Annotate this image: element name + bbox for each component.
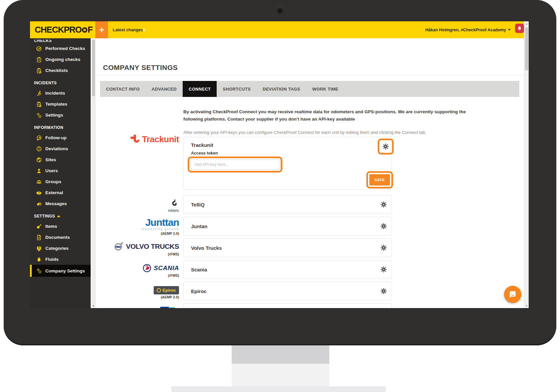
trackunit-gear-icon[interactable]	[382, 143, 389, 150]
sidebar-scrollbar[interactable]: ▼	[91, 38, 96, 308]
trackunit-mark-icon	[129, 134, 140, 145]
sidebar-item-deviations[interactable]: Deviations	[30, 143, 91, 154]
user-name-label: Håkan Holmgren, #CheckProof Academy	[425, 28, 506, 32]
user-menu[interactable]: Håkan Holmgren, #CheckProof Academy	[425, 21, 511, 38]
connect-intro-text: By activating CheckProof Connect you may…	[183, 108, 467, 123]
page-scroll-up-icon[interactable]: ▲	[524, 21, 529, 26]
sidebar-item-company-settings[interactable]: Company Settings	[30, 265, 91, 277]
platform-card-scania: Scania	[183, 260, 392, 279]
intro-line-2: following platforms. Contact your suppli…	[183, 117, 355, 122]
sidebar-item-label: Categories	[45, 246, 69, 251]
sidebar-heading-label: CHECKS	[34, 40, 52, 43]
infobric-logo-text: infobric	[99, 209, 179, 212]
add-button[interactable]: +	[95, 21, 108, 38]
gear-icon[interactable]	[380, 288, 387, 294]
sidebar-item-label: Company Settings	[45, 268, 85, 273]
sidebar-item-sites[interactable]: Sites	[30, 154, 91, 165]
page-scroll-down-icon[interactable]: ▼	[524, 303, 529, 308]
app-screen: CHECKPROF + Latest changes Håkan Holmgre…	[30, 21, 529, 308]
latest-changes-link[interactable]: Latest changes	[113, 21, 143, 38]
chat-bubble-icon	[508, 290, 517, 299]
trackunit-card: Trackunit Access token SAVE	[183, 137, 392, 190]
check-circle-icon	[36, 46, 42, 52]
monitor-stand-neck	[232, 345, 329, 364]
gear-icon[interactable]	[380, 201, 387, 208]
chat-launcher-button[interactable]	[504, 286, 521, 303]
sidebar-item-label: External	[45, 190, 63, 195]
gear-icon[interactable]	[380, 244, 387, 251]
sidebar-item-incidents[interactable]: Incidents	[30, 88, 91, 99]
sidebar-item-messages[interactable]: Messages	[30, 198, 91, 209]
gears-pair-icon	[36, 112, 42, 118]
api-key-input[interactable]	[191, 160, 279, 170]
sidebar-scroll-down-icon[interactable]: ▼	[91, 303, 96, 308]
sidebar-item-external[interactable]: External	[30, 187, 91, 198]
sidebar-item-label: Messages	[45, 201, 67, 206]
monitor-stand-neck-lower	[232, 364, 329, 386]
sidebar-item-templates[interactable]: Templates	[30, 99, 91, 110]
sidebar-nav: CHECKSPerformed ChecksOngoing checksChec…	[30, 38, 91, 308]
scania-logo: SCANIA	[99, 263, 179, 273]
scania-mark-icon	[142, 263, 152, 273]
sidebar-item-label: Checklists	[45, 68, 68, 73]
sidebar-scrollbar-thumb[interactable]	[92, 40, 95, 96]
sidebar-item-label: Fluids	[45, 257, 59, 262]
save-button[interactable]: SAVE	[369, 174, 390, 186]
page-scrollbar[interactable]: ▲ ▼	[524, 21, 529, 308]
platform-protocol-label: (AEMP 2.0)	[99, 231, 179, 235]
sidebar-item-categories[interactable]: Categories	[30, 243, 91, 254]
sidebar-item-follow-up[interactable]: Follow-up	[30, 132, 91, 143]
tab-connect[interactable]: CONNECT	[183, 81, 217, 97]
trackunit-logo: Trackunit	[99, 134, 179, 145]
gears-pair-icon	[36, 268, 42, 274]
sidebar-item-items[interactable]: Items	[30, 221, 91, 232]
sidebar-item-fluids[interactable]: Fluids	[30, 254, 91, 265]
sidebar-item-users[interactable]: Users	[30, 165, 91, 176]
platform-name: TelliQ	[191, 202, 205, 207]
tab-work-time[interactable]: WORK TIME	[306, 81, 345, 97]
tab-deviation-tags[interactable]: DEVIATION TAGS	[257, 81, 306, 97]
platform-logo: SCANIA	[99, 263, 179, 273]
sidebar-heading-settings: SETTINGS	[30, 209, 91, 221]
page-scrollbar-thumb[interactable]	[525, 27, 528, 71]
platform-logo: DOOSAN	[99, 307, 179, 308]
webcam-dot	[276, 7, 284, 14]
volvo-logo-text: VOLVO TRUCKS	[126, 242, 179, 250]
gear-icon[interactable]	[380, 223, 387, 229]
sidebar-heading-incidents: INCIDENTS	[30, 76, 91, 88]
sidebar-item-checklists[interactable]: Checklists	[30, 65, 91, 76]
sidebar-item-documents[interactable]: Documents	[30, 232, 91, 243]
sidebar-item-label: Incidents	[45, 91, 65, 96]
platform-logo: infobric	[99, 199, 179, 212]
sidebar-item-groups[interactable]: Groups	[30, 176, 91, 187]
tab-contact-info[interactable]: CONTACT INFO	[100, 81, 146, 97]
bell-icon	[517, 26, 522, 31]
notifications-button[interactable]	[515, 24, 524, 33]
infobric-mark-icon	[170, 199, 179, 207]
page-title: COMPANY SETTINGS	[103, 64, 178, 72]
roller-icon	[36, 223, 42, 229]
sidebar-item-performed-checks[interactable]: Performed Checks	[30, 43, 91, 54]
sidebar-heading-label: INFORMATION	[34, 125, 63, 130]
settings-tab-bar: CONTACT INFOADVANCEDCONNECTSHORTCUTSDEVI…	[100, 81, 519, 97]
platform-card-doosan: Doosan	[183, 303, 392, 308]
platform-name: Scania	[191, 267, 207, 272]
tab-advanced[interactable]: ADVANCED	[146, 81, 183, 97]
annotation-save-highlight: SAVE	[366, 171, 393, 189]
trackunit-logo-text: Trackunit	[142, 134, 179, 145]
platform-logo-block: DOOSAN(AEMP 2.0)	[99, 307, 179, 308]
sidebar-item-ongoing-checks[interactable]: Ongoing checks	[30, 54, 91, 65]
screenshot-canvas: CHECKPROF + Latest changes Håkan Holmgre…	[0, 0, 560, 392]
tab-shortcuts[interactable]: SHORTCUTS	[217, 81, 257, 97]
checkproof-logo: CHECKPROF	[35, 21, 93, 38]
handshake-icon	[36, 190, 42, 196]
section-collapse-caret-icon	[57, 215, 60, 217]
sidebar-item-label: Deviations	[45, 146, 68, 151]
platform-name: Juntan	[191, 223, 207, 229]
sidebar-item-label: Items	[45, 224, 57, 229]
sidebar-item-settings[interactable]: Settings	[30, 110, 91, 121]
gear-icon[interactable]	[380, 266, 387, 273]
volvo-logo: VOLVO TRUCKS	[99, 241, 179, 251]
platform-name: Volvo Trucks	[191, 245, 222, 251]
sidebar-heading-label: INCIDENTS	[34, 81, 57, 85]
